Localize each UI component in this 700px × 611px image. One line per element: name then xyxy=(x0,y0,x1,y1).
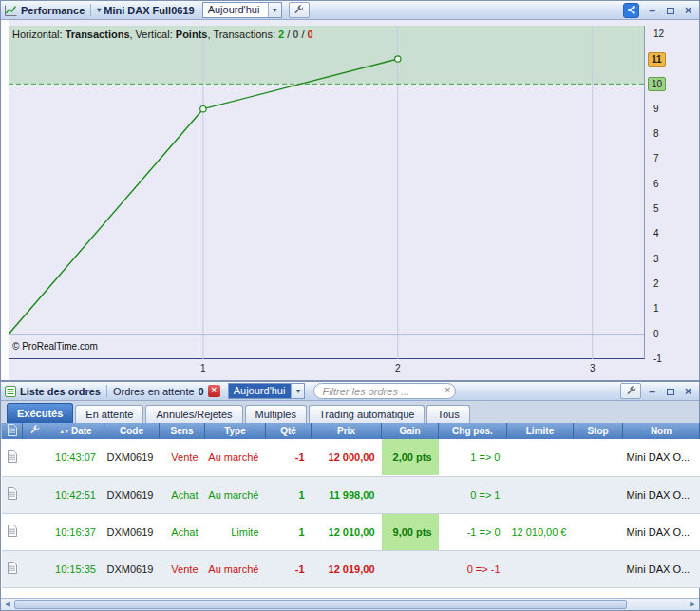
order-limit xyxy=(507,550,574,587)
period-select[interactable]: Aujourd'hui ▾ xyxy=(202,2,282,18)
order-instrument-name: Mini DAX O... xyxy=(623,439,700,476)
order-stop xyxy=(574,513,623,550)
tab-ex-cut-s[interactable]: Exécutés xyxy=(7,403,73,423)
y-axis-tick-reference: 10 xyxy=(648,77,666,91)
orders-period-select[interactable]: Aujourd'hui ▾ xyxy=(228,383,306,399)
column-header-stop[interactable]: Stop xyxy=(574,423,623,439)
y-axis-tick: 6 xyxy=(651,178,662,190)
scroll-left-arrow[interactable]: ◀ xyxy=(1,599,14,610)
filter-orders-input[interactable] xyxy=(313,383,456,399)
chevron-down-icon: ▾ xyxy=(291,384,304,398)
chart-info: Horizontal: Transactions, Vertical: Poin… xyxy=(12,29,313,40)
order-side: Vente xyxy=(160,439,205,476)
document-icon xyxy=(2,423,23,439)
order-side: Vente xyxy=(160,550,205,587)
clear-filter-icon[interactable]: × xyxy=(445,384,450,395)
tab-tous[interactable]: Tous xyxy=(426,405,469,423)
y-axis-tick: 1 xyxy=(651,302,662,315)
minimize-button[interactable]: – xyxy=(645,3,659,17)
orders-settings-button[interactable] xyxy=(620,383,641,399)
order-details-icon[interactable] xyxy=(2,439,23,476)
order-code: DXM0619 xyxy=(104,476,160,513)
column-header-type[interactable]: Type xyxy=(205,423,266,439)
wrench-icon[interactable] xyxy=(23,423,47,439)
horizontal-scrollbar[interactable]: ◀ ▶ xyxy=(1,598,699,610)
order-stop xyxy=(574,476,623,513)
order-row[interactable]: 10:43:07DXM0619VenteAu marché-112 000,00… xyxy=(2,439,700,476)
order-gain xyxy=(382,550,439,587)
chart-info-segment: / xyxy=(284,29,293,40)
tab-trading-automatique[interactable]: Trading automatique xyxy=(309,405,426,423)
tab-annul-s-rejet-s[interactable]: Annulés/Rejetés xyxy=(145,405,242,423)
minimize-button[interactable]: – xyxy=(645,384,659,398)
chevron-down-icon: ▾ xyxy=(268,3,281,17)
divider xyxy=(90,4,91,16)
order-gain: 9,00 pts xyxy=(382,513,439,550)
column-header-prix[interactable]: Prix xyxy=(312,423,382,439)
order-price: 12 010,00 xyxy=(312,513,382,550)
close-button[interactable]: × xyxy=(681,3,695,17)
order-side: Achat xyxy=(160,513,205,550)
chart-info-segment: Horizontal: xyxy=(12,29,66,40)
copyright: © ProRealTime.com xyxy=(12,341,98,352)
orders-tabbar: ExécutésEn attenteAnnulés/RejetésMultipl… xyxy=(1,401,699,423)
maximize-button[interactable] xyxy=(663,3,677,17)
chart-info-segment: Transactions xyxy=(66,29,130,40)
column-header-code[interactable]: Code xyxy=(104,423,160,439)
y-axis-tick: 2 xyxy=(651,277,662,290)
order-row[interactable]: 10:15:35DXM0619VenteAu marché-112 019,00… xyxy=(2,550,700,587)
order-side: Achat xyxy=(160,476,205,513)
divider xyxy=(106,385,107,397)
order-type: Limite xyxy=(205,513,266,550)
column-header-sens[interactable]: Sens xyxy=(160,423,205,439)
maximize-button[interactable] xyxy=(663,384,677,398)
x-axis: 123 xyxy=(9,363,645,376)
performance-chart: Horizontal: Transactions, Vertical: Poin… xyxy=(1,20,699,380)
chart-info-segment: Points xyxy=(176,29,208,40)
cancel-pending-button[interactable]: × xyxy=(208,385,220,397)
order-row[interactable]: 10:42:51DXM0619AchatAu marché111 998,000… xyxy=(2,476,700,513)
chart-info-segment: 0 xyxy=(308,29,313,40)
order-tools-cell xyxy=(23,550,47,587)
chart-left-gutter xyxy=(1,20,9,380)
order-position-change: 0 => -1 xyxy=(439,550,507,587)
tab-multiples[interactable]: Multiples xyxy=(245,405,307,423)
orders-table: ▲▼ DateCodeSensTypeQtéPrixGainChg pos.Li… xyxy=(1,423,700,588)
tab-en-attente[interactable]: En attente xyxy=(75,405,143,423)
order-instrument-name: Mini DAX O... xyxy=(623,550,700,587)
column-header-nom[interactable]: Nom xyxy=(623,423,700,439)
close-button[interactable]: × xyxy=(681,384,695,398)
chart-info-segment: , Vertical: xyxy=(130,29,176,40)
column-header-date[interactable]: ▲▼ Date xyxy=(47,423,104,439)
column-header-gain[interactable]: Gain xyxy=(382,423,439,439)
performance-curve xyxy=(9,26,645,359)
y-axis-tick: 9 xyxy=(651,103,662,115)
order-gain: 2,00 pts xyxy=(382,439,439,476)
column-header-chg-pos[interactable]: Chg pos. xyxy=(439,423,507,439)
chart-settings-button[interactable] xyxy=(289,2,310,18)
y-axis-tick: 7 xyxy=(651,152,662,164)
instrument-dropdown[interactable]: ▾ Mini DAX Full0619 xyxy=(97,5,194,16)
y-axis-tick: 4 xyxy=(651,227,662,239)
pending-orders-count: 0 xyxy=(199,386,204,397)
filter-field: × xyxy=(313,383,456,399)
scrollbar-thumb[interactable] xyxy=(14,600,627,609)
column-header-limite[interactable]: Limite xyxy=(507,423,574,439)
order-type: Au marché xyxy=(205,439,266,476)
order-details-icon[interactable] xyxy=(2,476,23,513)
performance-chart-icon xyxy=(5,5,17,16)
order-stop xyxy=(574,439,623,476)
maximize-icon xyxy=(667,389,674,395)
order-time: 10:15:35 xyxy=(47,550,104,587)
share-icon xyxy=(626,5,636,15)
order-code: DXM0619 xyxy=(104,439,160,476)
pending-orders-label: Ordres en attente xyxy=(113,386,195,397)
order-row[interactable]: 10:16:37DXM0619AchatLimite112 010,009,00… xyxy=(2,513,700,550)
chart-info-segment: , Transactions: xyxy=(207,29,278,40)
column-header-qte[interactable]: Qté xyxy=(266,423,312,439)
share-button[interactable] xyxy=(623,3,639,18)
order-details-icon[interactable] xyxy=(2,550,23,587)
order-details-icon[interactable] xyxy=(2,513,23,550)
scroll-right-arrow[interactable]: ▶ xyxy=(686,599,699,610)
orders-title: Liste des ordres xyxy=(20,386,101,397)
